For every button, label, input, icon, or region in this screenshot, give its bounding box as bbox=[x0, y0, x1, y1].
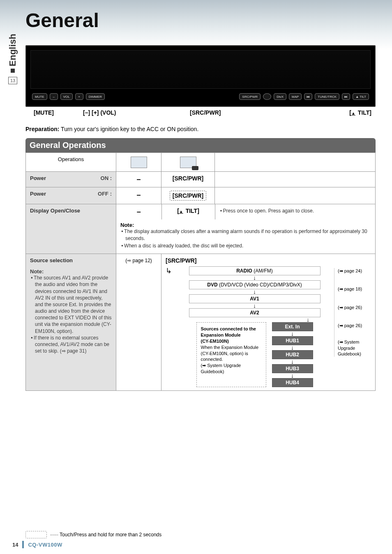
device-caption-row: [MUTE] [–] [+] (VOL) [SRC/PWR] [ TILT] bbox=[34, 109, 376, 116]
footer: 14 CQ-VW100W bbox=[12, 541, 62, 548]
flow-radio-label: RADIO bbox=[236, 268, 252, 274]
footer-page: 14 bbox=[12, 542, 18, 548]
source-flow-row: ↳ RADIO (AM/FM) ↓ DVD (DVD/VCD (Video CD… bbox=[166, 266, 371, 387]
source-note-1: The sources AV1 and AV2 provide the audi… bbox=[30, 275, 112, 335]
panel-btn-tune-next: ⏭ bbox=[342, 93, 350, 100]
row-source: Source selection Note: The sources AV1 a… bbox=[26, 254, 376, 391]
source-touch-ref: (➡ page 12) bbox=[125, 258, 152, 263]
arrow-icon: ➡ bbox=[62, 348, 66, 354]
panel-btn-tune: TUNE/TRCK bbox=[315, 93, 339, 100]
cell-display-panel: [ TILT] bbox=[161, 204, 215, 219]
preparation-line: Preparation: Turn your car's ignition ke… bbox=[25, 126, 376, 132]
remote-icon bbox=[180, 157, 196, 168]
cell-power-off-panel: [SRC/PWR] bbox=[161, 187, 215, 204]
power-label: Power bbox=[30, 175, 46, 181]
legend-row: ······ Touch/Press and hold for more tha… bbox=[25, 531, 161, 538]
down-arrow-icon-h3: ↓ bbox=[291, 360, 294, 364]
caption-vol: [–] [+] (VOL) bbox=[83, 109, 141, 116]
panel-btn-tune-prev: ⏮ bbox=[304, 93, 312, 100]
expansion-model: (CY-EM100N) bbox=[201, 338, 262, 344]
cell-power-on-touch: – bbox=[116, 172, 161, 187]
down-arrow-icon: ↓ bbox=[253, 276, 256, 280]
flow-extin: Ext. In bbox=[272, 322, 313, 331]
content-area: MUTE – VOL + DIMMER SRC/PWR DivX MAP ⏮ T… bbox=[25, 45, 376, 391]
flow-av1: AV1 bbox=[189, 294, 321, 303]
section-title: General Operations bbox=[25, 138, 376, 152]
caption-tilt: [ TILT] bbox=[349, 109, 371, 116]
power-off-sub: OFF : bbox=[98, 191, 112, 197]
page-box-top: 13 bbox=[8, 77, 17, 84]
cell-power-on-desc bbox=[215, 172, 376, 187]
src-pwr-label: [SRC/PWR] bbox=[173, 175, 203, 182]
flow-dvd: DVD (DVD/VCD (Video CD)/CD/MP3/DivX) bbox=[189, 280, 321, 289]
source-flow-left: ↳ RADIO (AM/FM) ↓ DVD (DVD/VCD (Video CD… bbox=[166, 266, 334, 387]
page-ref-column: (➡ page 24) (➡ page 18) (➡ page 26) (➡ p… bbox=[334, 268, 371, 357]
head-touch-icon bbox=[116, 153, 161, 172]
table-head-row: Operations bbox=[26, 153, 376, 172]
panel-btn-divx: DivX bbox=[274, 93, 286, 100]
panel-btn-tilt: ▲ TILT bbox=[353, 93, 369, 100]
tab-marker bbox=[11, 69, 15, 73]
preparation-text: Turn your car's ignition key to the ACC … bbox=[59, 126, 198, 132]
caption-tilt-label: TILT] bbox=[356, 109, 371, 116]
caption-mute: [MUTE] bbox=[34, 109, 67, 116]
down-arrow-icon-4: ↓ bbox=[307, 318, 309, 322]
flow-enter-arrow: ↳ bbox=[166, 266, 172, 275]
expansion-body-a: When the Expansion Module (CY-EM100N, op… bbox=[201, 344, 262, 363]
cell-power-on-label: Power ON : bbox=[26, 172, 116, 187]
source-panel-btn: [SRC/PWR] bbox=[166, 257, 196, 264]
cell-display-note: Note: The display automatically closes a… bbox=[116, 219, 375, 254]
source-note-2: If there is no external sources connecte… bbox=[30, 335, 112, 355]
language-label: English bbox=[7, 34, 18, 66]
cell-power-off-desc bbox=[215, 187, 376, 204]
ref-p26a: (➡ page 26) bbox=[338, 305, 371, 310]
down-arrow-icon-h2: ↓ bbox=[291, 346, 294, 350]
panel-btn-map: MAP bbox=[289, 93, 302, 100]
flow-dvd-label: DVD bbox=[207, 282, 217, 288]
src-pwr-hold-label: [SRC/PWR] bbox=[170, 191, 206, 201]
panel-btn-minus: – bbox=[50, 93, 58, 100]
hub-column: Ext. In ↓ HUB1 ↓ HUB2 ↓ HUB3 ↓ HUB4 bbox=[272, 322, 313, 387]
legend-text: ······ Touch/Press and hold for more tha… bbox=[50, 532, 161, 538]
panel-btn-vol: VOL bbox=[60, 93, 73, 100]
tilt-icon bbox=[351, 109, 356, 116]
device-button-row: MUTE – VOL + DIMMER SRC/PWR DivX MAP ⏮ T… bbox=[32, 91, 369, 102]
display-note-1: The display automatically closes after a… bbox=[120, 228, 371, 242]
panel-btn-dimmer: DIMMER bbox=[86, 93, 105, 100]
power-label-off: Power bbox=[30, 191, 46, 197]
power-on-sub: ON : bbox=[101, 175, 112, 181]
flow-hub2: HUB2 bbox=[272, 350, 313, 359]
flow-av2: AV2 bbox=[189, 308, 321, 317]
source-label: Source selection bbox=[30, 257, 112, 263]
ref-p26b: (➡ page 26) bbox=[338, 323, 371, 328]
preparation-label: Preparation: bbox=[25, 126, 59, 132]
legend-dashed-box bbox=[25, 531, 47, 538]
ref-p18: (➡ page 18) bbox=[338, 286, 371, 292]
expansion-body-b: (➡ System Upgrade Guidebook) bbox=[201, 362, 262, 375]
row-power-off: Power OFF : – [SRC/PWR] bbox=[26, 187, 376, 204]
tilt-icon-small bbox=[179, 208, 184, 214]
cell-power-off-touch: – bbox=[116, 187, 161, 204]
row-display: Display Open/Close – [ TILT] Press once … bbox=[26, 204, 376, 254]
ref-p24: (➡ page 24) bbox=[338, 268, 371, 274]
touchscreen-icon bbox=[131, 157, 147, 168]
display-note-2: When a disc is already loaded, the disc … bbox=[120, 242, 371, 249]
page-title: General bbox=[25, 9, 99, 32]
flow-hub3: HUB3 bbox=[272, 364, 313, 373]
head-remote-icon bbox=[161, 153, 215, 172]
tilt-button-label: [ TILT] bbox=[177, 208, 199, 214]
flow-hub4: HUB4 bbox=[272, 378, 313, 387]
footer-model: CQ-VW100W bbox=[28, 542, 62, 548]
panel-btn-mute: MUTE bbox=[32, 93, 47, 100]
expansion-row: Sources connected to the Expansion Modul… bbox=[196, 322, 313, 387]
flow-radio: RADIO (AM/FM) bbox=[189, 266, 321, 275]
cell-display-touch: – bbox=[116, 204, 161, 219]
cell-display-desc: Press once to open. Press again to close… bbox=[215, 204, 375, 219]
down-arrow-icon-2: ↓ bbox=[253, 290, 256, 294]
flow-container: RADIO (AM/FM) ↓ DVD (DVD/VCD (Video CD)/… bbox=[175, 266, 334, 387]
cell-power-off-label: Power OFF : bbox=[26, 187, 116, 204]
ref-sys: (➡ System Upgrade Guidebook) bbox=[338, 339, 371, 357]
source-note-2b: page 31) bbox=[66, 348, 87, 354]
flow-dvd-sub: (DVD/VCD (Video CD)/CD/MP3/DivX) bbox=[218, 282, 302, 288]
flow-radio-sub: (AM/FM) bbox=[252, 268, 273, 274]
